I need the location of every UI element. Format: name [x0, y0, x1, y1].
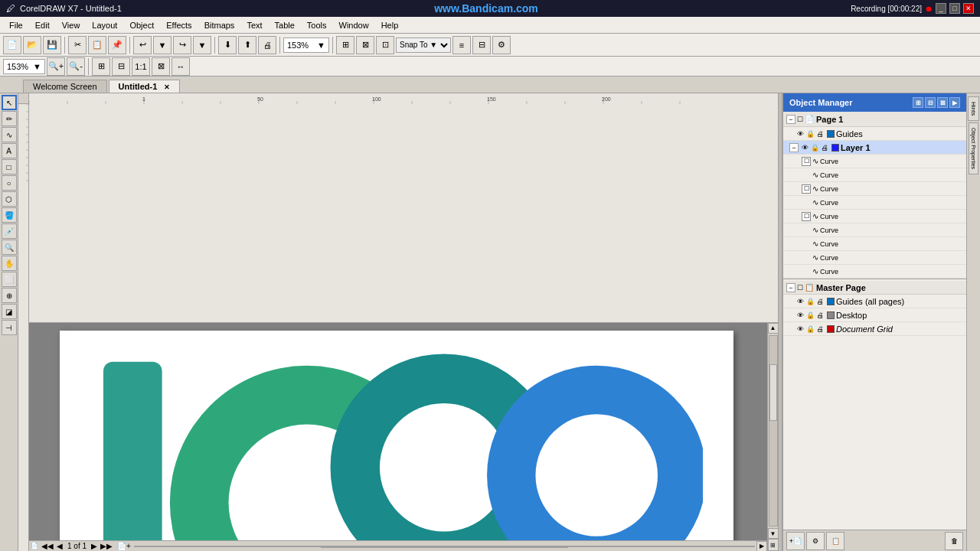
curve3-checkbox[interactable]: ☐	[802, 184, 811, 194]
zoom-page-btn[interactable]: ⊞	[92, 57, 110, 76]
zoom-fit-btn[interactable]: ⊟	[112, 57, 130, 76]
align-btn[interactable]: ≡	[452, 36, 471, 54]
zoom-pan-btn[interactable]: ↔	[172, 57, 190, 76]
curve-row-4[interactable]: ∿ Curve	[783, 196, 966, 210]
menu-edit[interactable]: Edit	[29, 19, 56, 31]
paste-button[interactable]: 📌	[108, 36, 126, 54]
freehand-tool[interactable]: ✏	[2, 111, 17, 126]
docgrid-row[interactable]: 👁 🔒 🖨 Document Grid	[783, 322, 966, 336]
new-layer-btn[interactable]: +📄	[786, 532, 805, 550]
eraser-tool[interactable]: ⬜	[2, 272, 17, 287]
lock-icon-guides[interactable]: 🔒	[805, 129, 815, 139]
import-button[interactable]: ⬇	[218, 36, 237, 54]
scroll-up-btn[interactable]: ▲	[768, 323, 779, 334]
obj-props-btn[interactable]: 📋	[826, 532, 844, 550]
delete-layer-btn[interactable]: 🗑	[945, 532, 963, 550]
tab-untitled[interactable]: Untitled-1 ✕	[109, 80, 181, 93]
menu-help[interactable]: Help	[375, 19, 405, 31]
restore-button[interactable]: □	[949, 3, 960, 14]
curve1-checkbox[interactable]: ☐	[802, 157, 811, 166]
eye-desktop[interactable]: 👁	[795, 311, 805, 320]
print-desktop[interactable]: 🖨	[815, 311, 825, 320]
cut-button[interactable]: ✂	[68, 36, 87, 54]
menu-table[interactable]: Table	[269, 19, 301, 31]
new-button[interactable]: 📄	[3, 36, 21, 54]
hints-tab[interactable]: Hints	[968, 96, 979, 121]
redo-button[interactable]: ↪	[173, 36, 191, 54]
print-button[interactable]: 🖨	[258, 36, 276, 54]
distrib-btn[interactable]: ⊟	[472, 36, 491, 54]
layer1-toggle[interactable]: −	[789, 143, 799, 152]
page1-toggle[interactable]: −	[786, 115, 795, 124]
print-guides-all[interactable]: 🖨	[815, 297, 825, 306]
minimize-button[interactable]: _	[936, 3, 946, 14]
menu-effects[interactable]: Effects	[160, 19, 198, 31]
menu-file[interactable]: File	[3, 19, 29, 31]
prev-page-btn[interactable]: ◀	[55, 542, 64, 550]
lock-desktop[interactable]: 🔒	[805, 311, 815, 320]
undo-button[interactable]: ↩	[133, 36, 152, 54]
eye-icon-l1[interactable]: 👁	[800, 143, 809, 152]
guides-row[interactable]: 👁 🔒 🖨 Guides	[783, 127, 966, 141]
view-btn1[interactable]: ⊞	[336, 36, 354, 54]
master-page-header[interactable]: − ☐ 📋 Master Page	[783, 281, 966, 295]
fill-tool[interactable]: 🪣	[2, 207, 17, 223]
h-scroll-track[interactable]	[134, 546, 755, 547]
menu-window[interactable]: Window	[333, 19, 375, 31]
zoom-select-box[interactable]: 153% ▼	[3, 59, 45, 74]
undo-dropdown[interactable]: ▼	[153, 36, 172, 54]
eyedropper-tool[interactable]: 💉	[2, 223, 17, 239]
tab-close-icon[interactable]: ✕	[164, 83, 170, 91]
layer1-row[interactable]: − 👁 🔒 🖨 Layer 1	[783, 141, 966, 155]
zoom-tool[interactable]: 🔍	[2, 240, 17, 255]
curve-row-3[interactable]: ☐ ∿ Curve	[783, 182, 966, 196]
page1-row[interactable]: − ☐ 📄 Page 1	[783, 112, 966, 127]
h-scroll-thumb[interactable]	[321, 546, 569, 548]
menu-tools[interactable]: Tools	[301, 19, 333, 31]
close-button[interactable]: ✕	[963, 3, 974, 14]
curve-row-9[interactable]: ∿ Curve	[783, 265, 966, 279]
menu-layout[interactable]: Layout	[86, 19, 123, 31]
ellipse-tool[interactable]: ○	[2, 175, 17, 191]
scroll-down-btn[interactable]: ▼	[768, 528, 779, 539]
copy-button[interactable]: 📋	[88, 36, 106, 54]
rect-tool[interactable]: □	[2, 159, 17, 174]
expand-button[interactable]: ▶	[949, 97, 960, 108]
polygon-tool[interactable]: ⬡	[2, 191, 17, 207]
settings-btn[interactable]: ⚙	[492, 36, 511, 54]
shadow-tool[interactable]: ◪	[2, 304, 17, 319]
canvas-area[interactable]: 🔍	[29, 323, 767, 541]
guides-all-row[interactable]: 👁 🔒 🖨 Guides (all pages)	[783, 295, 966, 308]
save-button[interactable]: 💾	[43, 36, 61, 54]
print-icon-guides[interactable]: 🖨	[815, 129, 825, 139]
scroll-right-btn[interactable]: ▶	[756, 541, 767, 552]
curve5-checkbox[interactable]: ☐	[802, 212, 811, 221]
panel-icon2[interactable]: ⊟	[925, 97, 936, 108]
eye-icon-guides[interactable]: 👁	[795, 129, 805, 139]
curve-row-5[interactable]: ☐ ∿ Curve	[783, 210, 966, 223]
curve-row-7[interactable]: ∿ Curve	[783, 237, 966, 251]
eye-docgrid[interactable]: 👁	[795, 324, 805, 334]
zoom-out-btn[interactable]: 🔍-	[67, 57, 85, 76]
print-docgrid[interactable]: 🖨	[815, 324, 825, 334]
tab-welcome[interactable]: Welcome Screen	[23, 80, 107, 93]
master-toggle[interactable]: −	[786, 283, 795, 292]
select-tool[interactable]: ↖	[2, 95, 17, 110]
curve-row-6[interactable]: ∿ Curve	[783, 223, 966, 237]
zoom-status-btn[interactable]: ⊞	[768, 539, 779, 551]
print-icon-l1[interactable]: 🖨	[820, 143, 829, 152]
zoom-actual-btn[interactable]: 1:1	[132, 57, 150, 76]
curve-row-1[interactable]: ☐ ∿ Curve	[783, 155, 966, 168]
curve-row-8[interactable]: ∿ Curve	[783, 251, 966, 265]
next-page-btn[interactable]: ▶	[90, 542, 99, 550]
lock-icon-l1[interactable]: 🔒	[810, 143, 819, 152]
connector-tool[interactable]: ⊣	[2, 320, 17, 335]
blend-tool[interactable]: ⊕	[2, 288, 17, 303]
lock-docgrid[interactable]: 🔒	[805, 324, 815, 334]
first-page-btn[interactable]: ◀◀	[40, 542, 55, 550]
scrollbar-vertical[interactable]: ▲ ▼ ⊞	[767, 323, 778, 552]
add-page-btn[interactable]: 📄+	[117, 542, 131, 550]
export-button[interactable]: ⬆	[238, 36, 256, 54]
snap-select[interactable]: Snap To ▼	[396, 37, 451, 53]
zoom-display[interactable]: 153% ▼	[283, 37, 329, 53]
